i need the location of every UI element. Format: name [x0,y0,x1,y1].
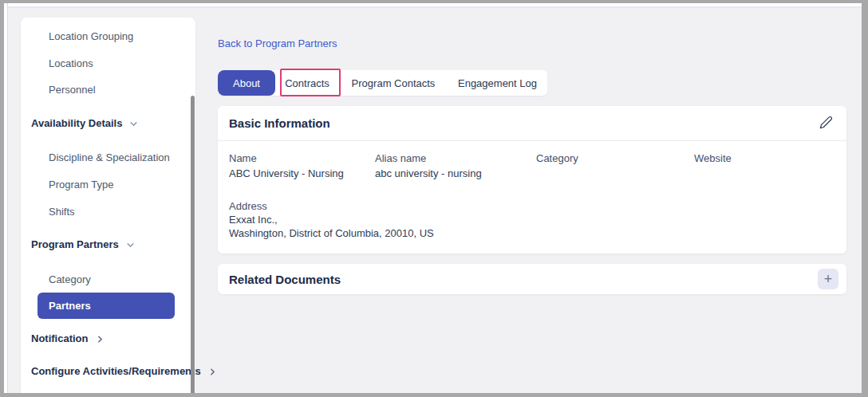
window-border-bottom [0,393,868,397]
sidebar-item-locations[interactable]: Locations [49,57,93,71]
sidebar-item-category[interactable]: Category [49,273,91,287]
sidebar-item-program-type[interactable]: Program Type [49,178,113,192]
edit-button[interactable] [816,114,835,133]
back-link[interactable]: Back to Program Partners [218,37,337,49]
chevron-down-icon [126,241,135,250]
tab-program-contacts[interactable]: Program Contacts [339,70,448,96]
tab-about[interactable]: About [218,70,275,96]
window-inner-accent-line [4,6,862,8]
sidebar-item-discipline-specialization[interactable]: Discipline & Specialization [49,151,170,165]
tab-bar: About Contracts Program Contacts Engagem… [218,70,547,96]
field-website: Website [694,152,732,167]
tab-engagement-log[interactable]: Engagement Log [448,70,547,96]
field-address: Address Exxat Inc., Washington, District… [229,199,434,240]
chevron-right-icon [96,335,105,344]
basic-information-title: Basic Information [229,116,330,130]
window-border-left [0,0,4,397]
sidebar-scrollbar[interactable] [191,96,195,397]
chevron-right-icon [208,368,217,376]
app-window: Location Grouping Locations Personnel Av… [0,0,868,397]
window-inner-margin-left [4,3,8,393]
field-category: Category [536,152,578,167]
sidebar-section-availability-details[interactable]: Availability Details [31,116,138,131]
sidebar-item-partners-selected[interactable]: Partners [37,293,175,319]
tab-contracts[interactable]: Contracts [275,70,339,96]
window-border-top [0,0,868,3]
related-documents-title: Related Documents [229,273,341,286]
sidebar-section-configure-activities-requirements[interactable]: Configure Activities/Requirements [31,364,217,379]
add-document-button[interactable]: + [818,269,838,289]
sidebar-item-shifts[interactable]: Shifts [49,205,75,219]
field-alias-name: Alias name abc university - nursing [375,152,482,180]
pencil-icon [819,116,833,132]
related-documents-header: Related Documents + [218,264,846,294]
basic-information-header: Basic Information [218,106,846,141]
sidebar-item-personnel[interactable]: Personnel [49,83,96,97]
basic-information-card: Basic Information Name ABC University - … [218,106,846,254]
sidebar: Location Grouping Locations Personnel Av… [21,18,195,397]
chevron-down-icon [129,120,138,128]
window-border-right [862,0,868,397]
sidebar-section-program-partners[interactable]: Program Partners [31,238,135,252]
field-name: Name ABC University - Nursing [229,152,344,180]
sidebar-item-location-grouping[interactable]: Location Grouping [49,29,133,44]
related-documents-card: Related Documents + [218,264,846,294]
sidebar-section-notification[interactable]: Notification [31,332,105,346]
